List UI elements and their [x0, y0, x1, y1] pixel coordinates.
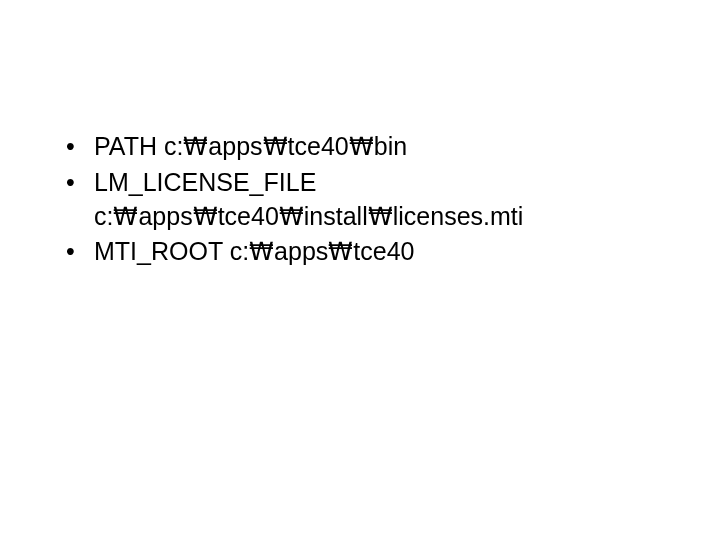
space — [223, 237, 230, 265]
env-var-name: LM_LICENSE_FILE — [94, 168, 316, 196]
env-var-value: c:₩apps₩tce40₩install₩licenses.mti — [94, 200, 670, 234]
env-var-value: c:₩apps₩tce40 — [230, 237, 415, 265]
slide: PATH c:₩apps₩tce40₩bin LM_LICENSE_FILE c… — [0, 0, 720, 540]
env-var-item: MTI_ROOT c:₩apps₩tce40 — [90, 235, 670, 269]
env-var-item: LM_LICENSE_FILE c:₩apps₩tce40₩install₩li… — [90, 166, 670, 234]
env-var-name: MTI_ROOT — [94, 237, 223, 265]
env-var-item: PATH c:₩apps₩tce40₩bin — [90, 130, 670, 164]
env-var-list: PATH c:₩apps₩tce40₩bin LM_LICENSE_FILE c… — [50, 130, 670, 269]
env-var-value: c:₩apps₩tce40₩bin — [164, 132, 407, 160]
space — [157, 132, 164, 160]
env-var-name: PATH — [94, 132, 157, 160]
